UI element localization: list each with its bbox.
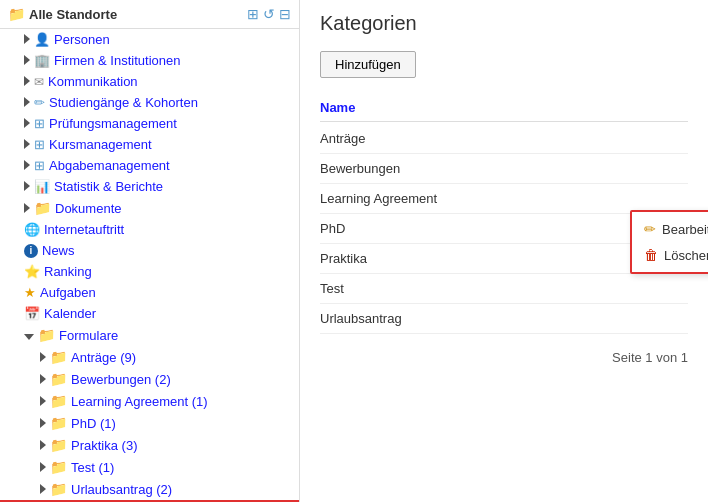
collapse-icon[interactable]: ⊟ [279, 6, 291, 22]
tri-right-icon7 [40, 460, 46, 475]
sidebar-item-formulare[interactable]: 📁 Formulare [0, 324, 299, 346]
sidebar-item-praktika[interactable]: 📁 Praktika (3) [0, 434, 299, 456]
refresh-icon[interactable]: ↺ [263, 6, 275, 22]
sidebar-item-aufgaben[interactable]: ★ Aufgaben [0, 282, 299, 303]
sidebar-label-test: Test (1) [71, 460, 114, 475]
sidebar-item-kommunikation[interactable]: ✉ Kommunikation [0, 71, 299, 92]
folder-icon2: 📁 [34, 200, 51, 216]
tri-right-icon [24, 74, 30, 89]
folder-icon8: 📁 [50, 437, 67, 453]
sidebar-label-news: News [42, 243, 75, 258]
expand-icon[interactable]: ⊞ [247, 6, 259, 22]
sidebar-label-firmen: Firmen & Institutionen [54, 53, 180, 68]
sidebar-label-dokumente: Dokumente [55, 201, 121, 216]
sidebar-header: 📁 Alle Standorte ⊞ ↺ ⊟ [0, 0, 299, 29]
info-icon: i [24, 244, 38, 258]
folder-icon: 📁 [8, 6, 25, 22]
page-title: Kategorien [320, 12, 688, 35]
main-content: Kategorien Hinzufügen Name Anträge Bewer… [300, 0, 708, 502]
sidebar-item-news[interactable]: i News [0, 240, 299, 261]
sidebar-item-internetauftritt[interactable]: 🌐 Internetauftritt [0, 219, 299, 240]
pencil-icon: ✏ [34, 95, 45, 110]
folder-icon6: 📁 [50, 393, 67, 409]
row-name-test: Test [320, 281, 344, 296]
sidebar-item-abgabemanagement[interactable]: ⊞ Abgabemanagement [0, 155, 299, 176]
chart-icon: 📊 [34, 179, 50, 194]
edit-icon: ✏ [644, 221, 656, 237]
grid-icon3: ⊞ [34, 158, 45, 173]
tri-right-icon [24, 179, 30, 194]
context-menu: ✏ Bearbeiten 🗑 Löschen [630, 210, 708, 274]
context-menu-delete[interactable]: 🗑 Löschen [632, 242, 708, 268]
sidebar-item-dokumente[interactable]: 📁 Dokumente [0, 197, 299, 219]
sidebar-item-studiengaenge[interactable]: ✏ Studiengänge & Kohorten [0, 92, 299, 113]
sidebar-label-personen: Personen [54, 32, 110, 47]
sidebar-label-urlaubsantrag: Urlaubsantrag (2) [71, 482, 172, 497]
folder-icon7: 📁 [50, 415, 67, 431]
sidebar-label-phd: PhD (1) [71, 416, 116, 431]
sidebar-item-ranking[interactable]: ⭐ Ranking [0, 261, 299, 282]
star-icon2: ★ [24, 285, 36, 300]
tri-right-icon [24, 201, 30, 216]
sidebar-item-personen[interactable]: 👤 Personen [0, 29, 299, 50]
globe-icon: 🌐 [24, 222, 40, 237]
sidebar-label-internetauftritt: Internetauftritt [44, 222, 124, 237]
table-row[interactable]: Test [320, 274, 688, 304]
grid-icon: ⊞ [34, 116, 45, 131]
grid-icon2: ⊞ [34, 137, 45, 152]
tri-right-icon [24, 116, 30, 131]
tri-right-icon3 [40, 372, 46, 387]
sidebar-label-bewerbungen: Bewerbungen (2) [71, 372, 171, 387]
tri-right-icon6 [40, 438, 46, 453]
folder-icon3: 📁 [38, 327, 55, 343]
tri-right-icon8 [40, 482, 46, 497]
table-row[interactable]: Anträge [320, 124, 688, 154]
sidebar-item-phd[interactable]: 📁 PhD (1) [0, 412, 299, 434]
row-name-phd: PhD [320, 221, 345, 236]
sidebar-item-bewerbungen[interactable]: 📁 Bewerbungen (2) [0, 368, 299, 390]
row-name-antraege: Anträge [320, 131, 366, 146]
context-menu-edit[interactable]: ✏ Bearbeiten [632, 216, 708, 242]
sidebar-label-formulare: Formulare [59, 328, 118, 343]
sidebar-label-ranking: Ranking [44, 264, 92, 279]
sidebar-label-kalender: Kalender [44, 306, 96, 321]
sidebar-label-kursmanagement: Kursmanagement [49, 137, 152, 152]
tri-right-icon [24, 53, 30, 68]
table-column-name: Name [320, 94, 688, 122]
tri-right-icon5 [40, 416, 46, 431]
row-name-urlaubsantrag: Urlaubsantrag [320, 311, 402, 326]
sidebar-item-kalender[interactable]: 📅 Kalender [0, 303, 299, 324]
sidebar-label-learning: Learning Agreement (1) [71, 394, 208, 409]
sidebar-label-pruefungsmanagement: Prüfungsmanagement [49, 116, 177, 131]
sidebar-item-antraege[interactable]: 📁 Anträge (9) [0, 346, 299, 368]
sidebar-label-praktika: Praktika (3) [71, 438, 137, 453]
sidebar-item-learning[interactable]: 📁 Learning Agreement (1) [0, 390, 299, 412]
folder-icon5: 📁 [50, 371, 67, 387]
pagination: Seite 1 von 1 [320, 350, 688, 365]
folder-icon9: 📁 [50, 459, 67, 475]
sidebar-label-antraege: Anträge (9) [71, 350, 136, 365]
tri-right-icon2 [40, 350, 46, 365]
sidebar-label-aufgaben: Aufgaben [40, 285, 96, 300]
sidebar-item-urlaubsantrag[interactable]: 📁 Urlaubsantrag (2) [0, 478, 299, 500]
tri-right-icon [24, 158, 30, 173]
sidebar-item-firmen[interactable]: 🏢 Firmen & Institutionen [0, 50, 299, 71]
grid-icon4: 📅 [24, 306, 40, 321]
sidebar-label-studiengaenge: Studiengänge & Kohorten [49, 95, 198, 110]
sidebar-label-statistik: Statistik & Berichte [54, 179, 163, 194]
sidebar-item-pruefungsmanagement[interactable]: ⊞ Prüfungsmanagement [0, 113, 299, 134]
delete-icon: 🗑 [644, 247, 658, 263]
person-icon: 👤 [34, 32, 50, 47]
table-row[interactable]: Bewerbungen [320, 154, 688, 184]
sidebar-item-kursmanagement[interactable]: ⊞ Kursmanagement [0, 134, 299, 155]
building-icon: 🏢 [34, 53, 50, 68]
row-name-learning: Learning Agreement [320, 191, 437, 206]
row-name-bewerbungen: Bewerbungen [320, 161, 400, 176]
add-button[interactable]: Hinzufügen [320, 51, 416, 78]
table-row[interactable]: Urlaubsantrag [320, 304, 688, 334]
context-delete-label: Löschen [664, 248, 708, 263]
sidebar-item-test[interactable]: 📁 Test (1) [0, 456, 299, 478]
sidebar-root[interactable]: 📁 Alle Standorte [8, 6, 117, 22]
tri-right-icon [24, 32, 30, 47]
sidebar-item-statistik[interactable]: 📊 Statistik & Berichte [0, 176, 299, 197]
